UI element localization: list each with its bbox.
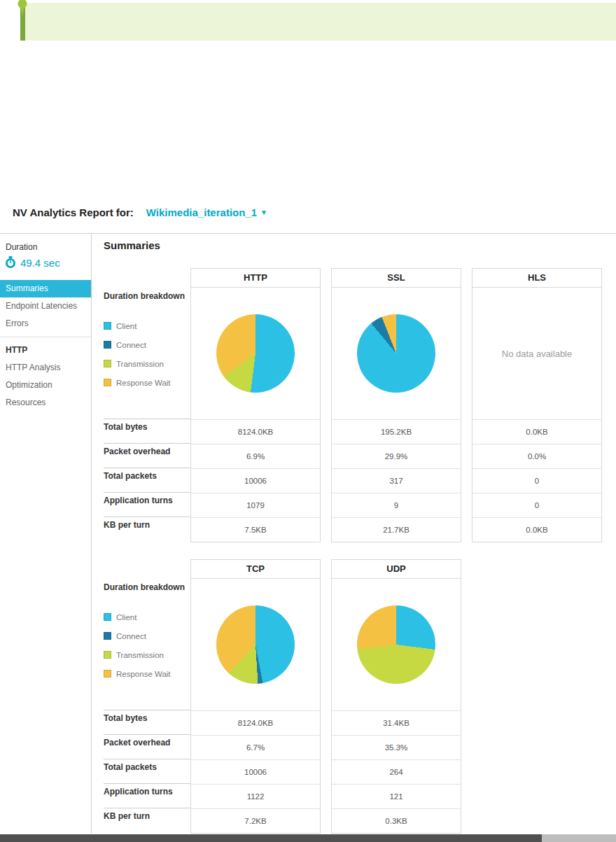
pie-area <box>191 288 320 419</box>
protocol-card-tcp: TCP 8124.0KB 6.7% 10006 1122 7.2KB <box>190 559 321 834</box>
no-data-text: No data available <box>502 349 572 359</box>
legend-item: Connect <box>104 335 190 354</box>
protocol-card-http: HTTP 8124.0KB 6.9% 10006 1079 7.5KB <box>190 268 321 542</box>
legend-label-connect: Connect <box>116 341 146 349</box>
legend-label-client: Client <box>116 613 136 622</box>
legend-label-client: Client <box>116 322 136 330</box>
duration-value: 49.4 sec <box>4 256 91 269</box>
sidebar-menu: SummariesEndpoint LatenciesErrorsHTTPHTT… <box>0 280 91 412</box>
metric-value: 6.7% <box>191 735 320 759</box>
metric-value: 7.5KB <box>191 517 320 542</box>
pie-area <box>332 579 461 710</box>
legend: Client Connect Transmission Response Wai… <box>104 316 190 392</box>
content: Duration breakdown Client Connect Transm… <box>104 268 602 842</box>
metric-value: 1122 <box>191 784 320 808</box>
sidebar-item-optimization[interactable]: Optimization <box>0 377 91 394</box>
duration-text: 49.4 sec <box>20 257 60 269</box>
pie-chart <box>216 605 295 684</box>
metric-value: 195.2KB <box>332 419 461 444</box>
sidebar-item-http: HTTP <box>0 342 91 359</box>
legend-swatch <box>104 613 111 621</box>
legend: Client Connect Transmission Response Wai… <box>104 608 190 683</box>
metric-value: 317 <box>332 468 461 493</box>
sidebar-item-http-analysis[interactable]: HTTP Analysis <box>0 359 91 377</box>
metric-label: Application turns <box>104 783 190 808</box>
metric-value: 264 <box>332 759 461 784</box>
legend-item: Response Wait <box>104 373 190 392</box>
legend-swatch <box>104 322 111 330</box>
metric-value: 10006 <box>191 759 320 784</box>
legend-swatch <box>104 670 111 678</box>
metric-label: Application turns <box>104 492 190 517</box>
legend-item: Transmission <box>104 354 190 373</box>
notification-banner <box>25 3 616 41</box>
legend-label-response_wait: Response Wait <box>116 379 171 387</box>
timer-icon <box>4 256 17 269</box>
chevron-down-icon: ▼ <box>260 209 267 216</box>
pie-chart <box>357 314 435 393</box>
duration-breakdown-label: Duration breakdown <box>104 291 190 301</box>
report-name-dropdown[interactable]: Wikimedia_iteration_1 ▼ <box>146 206 267 218</box>
legend-swatch <box>104 632 111 640</box>
sidebar: Duration 49.4 sec SummariesEndpoint Late… <box>0 234 92 834</box>
horizontal-scrollbar[interactable] <box>0 834 616 842</box>
pie-chart <box>357 605 435 684</box>
duration-breakdown-label: Duration breakdown <box>104 582 190 592</box>
report-name-label: Wikimedia_iteration_1 <box>146 206 257 218</box>
metric-value: 29.9% <box>332 444 461 468</box>
legend-label-connect: Connect <box>116 632 146 640</box>
protocol-card-udp: UDP 31.4KB 35.3% 264 121 0.3KB <box>331 559 461 834</box>
legend-item: Client <box>104 316 190 335</box>
metric-value: 31.4KB <box>332 710 461 735</box>
metric-label: KB per turn <box>104 808 190 832</box>
protocol-card-title: HLS <box>472 269 601 288</box>
metric-label: Total packets <box>104 759 190 783</box>
legend-swatch <box>104 379 111 386</box>
metric-label: KB per turn <box>104 517 190 541</box>
pin-icon <box>17 0 28 16</box>
sidebar-item-errors[interactable]: Errors <box>0 315 91 332</box>
metric-label: Total bytes <box>104 710 190 734</box>
metric-value: 0.0% <box>472 444 601 468</box>
sidebar-item-summaries[interactable]: Summaries <box>0 280 91 297</box>
protocol-card-title: SSL <box>332 269 461 288</box>
metric-value: 0 <box>472 493 601 517</box>
page-title: Summaries <box>104 239 160 251</box>
protocol-card-title: UDP <box>332 560 461 579</box>
duration-label: Duration <box>6 242 91 252</box>
metric-label-column: Duration breakdown Client Connect Transm… <box>104 268 190 542</box>
metric-value: 8124.0KB <box>191 710 320 735</box>
metric-value: 6.9% <box>191 444 320 468</box>
protocol-card-title: TCP <box>191 560 320 579</box>
legend-label-response_wait: Response Wait <box>116 670 171 678</box>
report-header: NV Analytics Report for: Wikimedia_itera… <box>13 206 267 218</box>
protocol-group: Duration breakdown Client Connect Transm… <box>104 268 602 542</box>
legend-label-transmission: Transmission <box>116 651 164 659</box>
metric-value: 9 <box>332 493 461 517</box>
legend-item: Response Wait <box>104 664 190 683</box>
metric-label: Packet overhead <box>104 734 190 759</box>
sidebar-item-endpoint-latencies[interactable]: Endpoint Latencies <box>0 297 91 315</box>
legend-item: Client <box>104 608 190 626</box>
legend-label-transmission: Transmission <box>116 360 164 368</box>
header-divider <box>0 233 616 234</box>
metric-value: 10006 <box>191 468 320 493</box>
pie-chart <box>216 314 295 393</box>
horizontal-scrollbar-thumb[interactable] <box>0 834 542 842</box>
pie-area <box>191 579 320 710</box>
sidebar-item-resources[interactable]: Resources <box>0 394 91 412</box>
metric-label: Packet overhead <box>104 443 190 468</box>
legend-swatch <box>104 341 111 349</box>
legend-swatch <box>104 651 111 659</box>
protocol-card-ssl: SSL 195.2KB 29.9% 317 9 21.7KB <box>331 268 461 542</box>
protocol-card-hls: HLS No data available 0.0KB 0.0% 0 0 0.0… <box>472 268 602 542</box>
legend-swatch <box>104 360 111 367</box>
pie-area: No data available <box>472 288 601 419</box>
legend-item: Connect <box>104 626 190 645</box>
metric-label-column: Duration breakdown Client Connect Transm… <box>104 559 190 834</box>
metric-value: 0.3KB <box>332 808 461 833</box>
pie-area <box>332 288 461 419</box>
protocol-group: Duration breakdown Client Connect Transm… <box>104 559 602 834</box>
legend-item: Transmission <box>104 645 190 664</box>
metric-value: 1079 <box>191 493 320 517</box>
